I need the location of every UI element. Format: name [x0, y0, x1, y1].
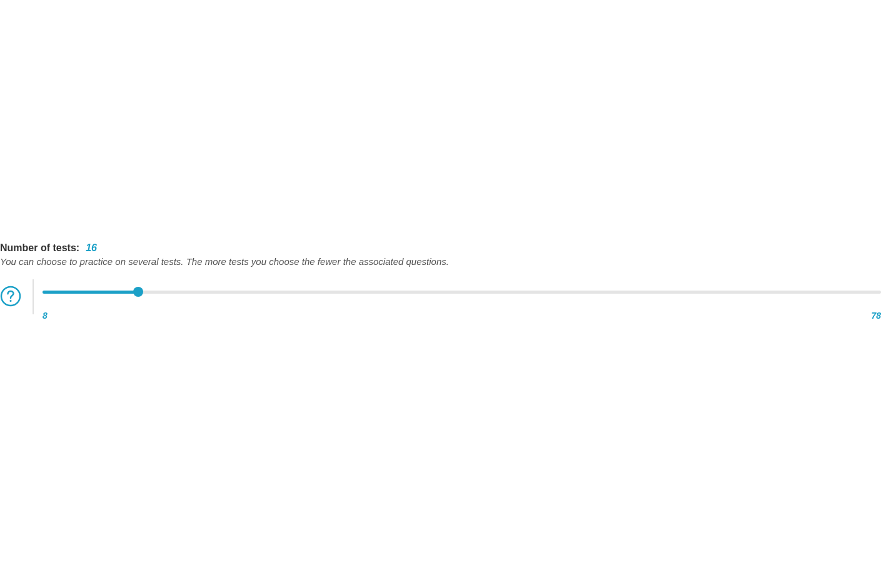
- slider-max-label: 78: [871, 311, 881, 321]
- help-button[interactable]: [0, 286, 21, 307]
- slider-row: 8 78: [0, 287, 881, 321]
- svg-point-1: [9, 300, 11, 302]
- slider[interactable]: [43, 287, 881, 297]
- slider-min-label: 8: [43, 311, 48, 321]
- label-row: Number of tests: 16: [0, 242, 881, 254]
- slider-fill: [43, 291, 138, 294]
- slider-container: 8 78: [43, 287, 881, 321]
- help-icon: [0, 286, 21, 307]
- slider-range-labels: 8 78: [43, 311, 881, 321]
- slider-current-value: 16: [86, 242, 97, 254]
- tests-slider-section: Number of tests: 16 You can choose to pr…: [0, 242, 881, 321]
- slider-track: [43, 291, 881, 294]
- slider-thumb[interactable]: [133, 287, 143, 297]
- slider-description: You can choose to practice on several te…: [0, 256, 881, 267]
- slider-label: Number of tests:: [0, 242, 79, 254]
- divider: [33, 279, 34, 314]
